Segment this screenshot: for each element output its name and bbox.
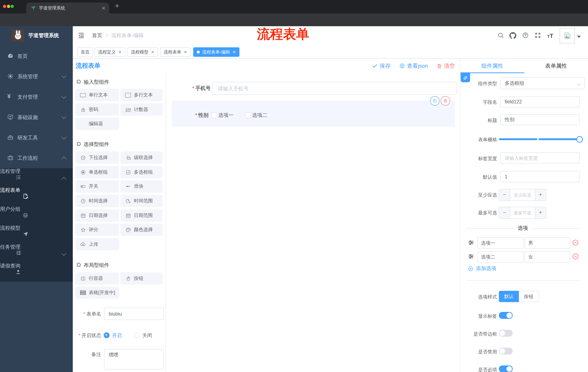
tag-home[interactable]: 首页 [77, 47, 93, 57]
sidebar-item-workflow[interactable]: 工作流程 [0, 148, 73, 168]
close-icon[interactable]: ✕ [232, 48, 236, 56]
decrease-button[interactable]: − [499, 207, 510, 218]
palette-item-slider[interactable]: 滑块 [120, 180, 163, 192]
palette-item-radio-group[interactable]: 单选框组 [75, 166, 119, 178]
palette-item-color-picker[interactable]: 颜色选择 [120, 223, 163, 236]
title-input[interactable] [500, 114, 580, 125]
tag-process-model[interactable]: 流程模型✕ [127, 47, 158, 57]
avatar-caret-down-icon[interactable] [577, 36, 581, 38]
sidebar-item-user-group[interactable]: 用户分组 [0, 206, 73, 225]
option2-value-input[interactable] [525, 251, 570, 262]
delete-component-button[interactable] [441, 96, 450, 106]
drag-handle-icon[interactable] [468, 240, 474, 246]
sidebar-item-process-management[interactable]: 流程管理 [0, 168, 73, 187]
gender-option2-checkbox[interactable] [245, 112, 251, 118]
sidebar-item-home[interactable]: 首页 [0, 46, 73, 66]
link-icon[interactable] [461, 73, 470, 82]
remove-option-icon[interactable] [572, 239, 579, 246]
copy-component-button[interactable] [430, 96, 440, 106]
breadcrumb-home[interactable]: 首页 [92, 32, 102, 39]
palette-item-upload[interactable]: 上传 [75, 238, 119, 250]
palette-item-date-picker[interactable]: 日期选择 [75, 209, 119, 222]
sidebar-item-task-management[interactable]: 任务管理 [0, 244, 73, 263]
sidebar-item-process-form[interactable]: 流程表单 [0, 187, 73, 206]
sidebar-fold-icon[interactable] [77, 32, 85, 39]
close-icon[interactable]: ✕ [184, 48, 187, 56]
gender-option1-checkbox[interactable] [211, 112, 217, 118]
phone-input[interactable] [212, 82, 457, 95]
min-select-input[interactable] [510, 189, 535, 201]
macos-minimize-light[interactable] [7, 5, 10, 8]
add-option-button[interactable]: 添加选项 [468, 265, 496, 272]
tag-process-form[interactable]: 流程表单✕ [160, 47, 191, 57]
sidebar-item-payment[interactable]: ¥ 支付管理 [0, 87, 73, 107]
drag-handle-icon[interactable] [468, 253, 474, 260]
increase-button[interactable]: + [535, 189, 546, 201]
palette-item-password[interactable]: 密码 [75, 103, 119, 116]
clear-button[interactable]: 清空 [437, 63, 455, 69]
disabled-switch[interactable] [499, 348, 513, 354]
font-size-icon[interactable]: TT [547, 33, 553, 39]
close-icon[interactable]: ✕ [118, 48, 122, 56]
option1-value-input[interactable] [525, 237, 570, 249]
save-button[interactable]: 保存 [372, 63, 391, 69]
sidebar-item-leave-query[interactable]: 请假查询 [0, 263, 73, 282]
border-switch[interactable] [499, 330, 513, 337]
palette-item-counter[interactable]: 123 计数器 [120, 103, 163, 116]
new-tab-button[interactable]: + [115, 2, 119, 10]
palette-item-switch[interactable]: 开关 [75, 180, 119, 192]
palette-item-time-picker[interactable]: 时间选择 [75, 195, 119, 207]
sidebar-item-process-model[interactable]: 流程模型 [0, 225, 73, 244]
palette-item-single-text[interactable]: 单行文本 [75, 89, 119, 101]
remove-option-icon[interactable] [572, 253, 579, 260]
palette-item-table[interactable]: 表格[开发中] [75, 287, 119, 299]
default-value-input[interactable] [500, 171, 580, 182]
increase-button[interactable]: + [535, 207, 546, 218]
close-icon[interactable]: ✕ [151, 48, 154, 56]
search-icon[interactable] [497, 32, 504, 39]
palette-item-date-range[interactable]: 日期范围 [120, 209, 163, 222]
grid-slider-handle[interactable] [576, 136, 583, 143]
gender-option2-label[interactable]: 选项二 [252, 112, 267, 119]
palette-item-rate[interactable]: 评分 [75, 223, 119, 236]
tag-process-form-edit[interactable]: 流程表单-编辑✕ [193, 47, 239, 57]
grid-slider-track[interactable] [499, 138, 582, 140]
palette-item-checkbox-group[interactable]: 多选框组 [120, 166, 163, 178]
style-default-button[interactable]: 默认 [499, 291, 519, 302]
option1-label-input[interactable] [477, 237, 524, 249]
tab-component-props[interactable]: 组件属性 [460, 59, 524, 73]
palette-item-button[interactable]: 按钮 [120, 272, 163, 285]
tag-process-definition[interactable]: 流程定义✕ [94, 47, 125, 57]
palette-item-editor[interactable]: 编辑器 [75, 117, 119, 130]
palette-item-row-container[interactable]: 行容器 [75, 272, 119, 285]
view-json-button[interactable]: 查看json [399, 63, 428, 69]
macos-close-light[interactable] [3, 5, 6, 8]
max-select-input[interactable] [510, 207, 535, 218]
component-type-select[interactable]: 多选框组 [500, 77, 585, 89]
fullscreen-icon[interactable] [535, 32, 541, 39]
palette-item-select[interactable]: 下拉选择 [75, 151, 119, 164]
avatar[interactable] [560, 28, 575, 43]
option2-label-input[interactable] [477, 251, 524, 262]
remark-textarea[interactable]: 嘿嘿 [104, 349, 164, 370]
palette-item-cascader[interactable]: 级联选择 [120, 151, 163, 164]
show-label-switch[interactable] [499, 312, 513, 319]
field-name-input[interactable] [500, 96, 580, 107]
status-on-radio[interactable] [104, 332, 110, 338]
style-button-button[interactable]: 按钮 [519, 291, 539, 302]
sidebar-item-devtools[interactable]: 研发工具 [0, 128, 73, 148]
sidebar-item-infra[interactable]: 基础设施 [0, 107, 73, 128]
status-off-radio[interactable] [134, 332, 140, 338]
status-off-label[interactable]: 关闭 [142, 332, 152, 339]
palette-item-multi-text[interactable]: 多行文本 [120, 89, 163, 101]
help-icon[interactable] [522, 32, 529, 39]
browser-tab[interactable]: 芋道管理系统 ✕ [26, 2, 109, 13]
gender-option1-label[interactable]: 选项一 [218, 112, 234, 119]
decrease-button[interactable]: − [499, 189, 510, 201]
status-on-label[interactable]: 开启 [112, 332, 122, 339]
required-switch[interactable] [499, 365, 513, 372]
label-width-input[interactable] [500, 152, 580, 163]
sidebar-item-system[interactable]: 系统管理 [0, 66, 73, 87]
form-name-input[interactable] [104, 308, 164, 320]
macos-zoom-light[interactable] [10, 5, 14, 8]
